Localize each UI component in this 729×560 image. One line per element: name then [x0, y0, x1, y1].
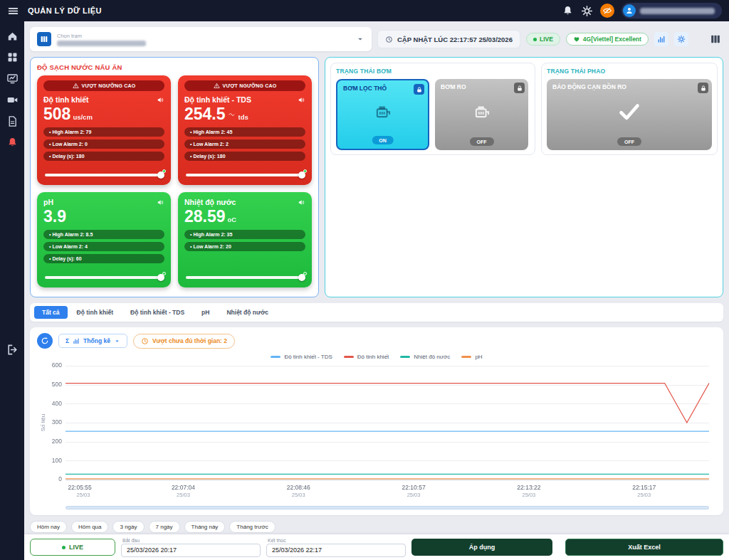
- clock-icon: [141, 337, 149, 345]
- threshold-slider[interactable]: [184, 272, 305, 282]
- user-menu[interactable]: [622, 3, 722, 19]
- heart-icon: [573, 36, 580, 43]
- speaker-icon[interactable]: [298, 96, 305, 104]
- sidebar-item-alerts[interactable]: [6, 137, 19, 149]
- tab-do-tinh-khiet[interactable]: Độ tinh khiết: [69, 306, 121, 319]
- sidebar-item-home[interactable]: [6, 30, 19, 42]
- sidebar-item-report[interactable]: [6, 115, 19, 127]
- stats-mini-icon[interactable]: [654, 32, 668, 46]
- main-content: Chọn trạm CẬP NHẬT LÚC 22:17:57 25/03/20…: [24, 21, 729, 534]
- pump-status-pill: OFF: [470, 137, 494, 146]
- chart-zoom-slider[interactable]: [65, 506, 709, 509]
- range-chip-thang-nay[interactable]: Tháng này: [184, 521, 226, 533]
- lock-icon: [698, 83, 708, 93]
- start-datetime-input[interactable]: [121, 544, 261, 557]
- live-dot-icon: [533, 38, 537, 41]
- bottom-bar: LIVE Bắt đầu Kết thúc Áp dụng Xuất Excel: [24, 534, 729, 560]
- notifications-bell-icon[interactable]: [562, 5, 574, 17]
- range-chip-hom-nay[interactable]: Hôm nay: [30, 521, 67, 533]
- station-logo-icon: [37, 32, 51, 46]
- legend-dash-icon: [400, 356, 410, 358]
- last-updated-chip: CẬP NHẬT LÚC 22:17:57 25/03/2026: [377, 30, 520, 48]
- alarm-setting-row: High Alarm 2: 35: [184, 230, 305, 239]
- sensor-value: 28.59: [184, 208, 226, 225]
- apply-button[interactable]: Áp dụng: [411, 539, 552, 556]
- sensor-unit: tds: [238, 113, 248, 121]
- settings-gear-icon[interactable]: [581, 5, 593, 17]
- water-quality-panel: ĐỘ SẠCH NƯỚC NẤU ĂN VƯỢT NGƯỠNG CAO Độ t…: [30, 57, 319, 297]
- float-status-pill: OFF: [617, 137, 641, 146]
- legend-item[interactable]: Độ tinh khiết - TDS: [271, 354, 332, 360]
- layout-columns-icon[interactable]: [708, 31, 723, 47]
- sidebar-item-camera[interactable]: [6, 94, 19, 106]
- sensor-card-do-tinh-khiet-tds: VƯỢT NGƯỠNG CAO Độ tinh khiết - TDS 254.…: [178, 75, 312, 185]
- legend-item[interactable]: Độ tinh khiết: [344, 354, 389, 360]
- range-chip-thang-truoc[interactable]: Tháng trước: [229, 521, 275, 533]
- menu-icon[interactable]: [7, 5, 19, 17]
- station-select-label: Chọn trạm: [57, 33, 146, 39]
- threshold-slider[interactable]: [184, 169, 305, 179]
- tab-ph[interactable]: pH: [194, 306, 217, 319]
- float-status-box: TRẠNG THÁI PHAO BÁO ĐỘNG CẠN BỒN RO OFF: [541, 63, 718, 155]
- start-datetime-label: Bắt đầu: [121, 538, 261, 543]
- wave-icon: [228, 111, 236, 118]
- range-chip-7-ngay[interactable]: 7 ngày: [149, 521, 180, 533]
- logout-icon[interactable]: [6, 344, 19, 356]
- legend-item[interactable]: Nhiệt độ nước: [400, 354, 450, 360]
- float-card-bao-dong-can-bon-ro[interactable]: BÁO ĐỘNG CẠN BỒN RO OFF: [547, 79, 712, 150]
- sensor-title: Nhiệt độ nước: [184, 198, 236, 206]
- chart-card: Σ Thống kê Vượt chưa đủ thời gian: 2 Độ …: [30, 327, 723, 515]
- clock-icon: [385, 36, 393, 43]
- app-title: QUẢN LÝ DỮ LIỆU: [28, 6, 102, 15]
- sensor-title: Độ tinh khiết: [43, 95, 89, 104]
- refresh-icon[interactable]: [37, 333, 53, 349]
- water-quality-panel-title: ĐỘ SẠCH NƯỚC NẤU ĂN: [37, 63, 312, 71]
- tab-do-tinh-khiet-tds[interactable]: Độ tinh khiết - TDS: [122, 306, 192, 319]
- network-status-badge: 4G[Viettel] Excellent: [566, 33, 649, 46]
- range-chip-hom-qua[interactable]: Hôm qua: [71, 521, 108, 533]
- pump-status-box: TRẠNG THÁI BƠM BƠM LỌC THÔ ON BƠM RO OFF: [330, 63, 535, 155]
- top-navbar: QUẢN LÝ DỮ LIỆU: [0, 0, 729, 21]
- speaker-icon[interactable]: [157, 96, 164, 104]
- sensor-card-ph: pH 3.9 High Alarm 2: 8.5 Low Alarm 2: 4 …: [37, 192, 171, 287]
- sidebar-item-monitor[interactable]: [6, 73, 19, 85]
- pump-icon: [374, 102, 392, 121]
- live-toggle-button[interactable]: LIVE: [30, 539, 115, 556]
- range-chip-3-ngay[interactable]: 3 ngày: [112, 521, 144, 533]
- pump-card-bom-ro[interactable]: BƠM RO OFF: [435, 79, 528, 150]
- pump-card-bom-loc-tho[interactable]: BƠM LỌC THÔ ON: [336, 79, 429, 150]
- sensor-unit: oC: [228, 216, 237, 223]
- sidebar-item-apps[interactable]: [6, 51, 19, 63]
- tab-tat-ca[interactable]: Tất cả: [34, 306, 68, 319]
- alarm-setting-row: Low Alarm 2: 4: [43, 242, 164, 251]
- line-chart[interactable]: [37, 361, 716, 504]
- avatar: [623, 4, 636, 17]
- legend-dash-icon: [461, 356, 471, 358]
- speaker-icon[interactable]: [298, 199, 305, 206]
- sensor-card-do-tinh-khiet: VƯỢT NGƯỠNG CAO Độ tinh khiết 508 us/cm …: [37, 75, 171, 185]
- lock-icon: [414, 84, 424, 95]
- threshold-slider[interactable]: [43, 169, 164, 179]
- settings-mini-icon[interactable]: [674, 32, 688, 46]
- eye-off-icon[interactable]: [600, 4, 614, 18]
- sensor-title: Độ tinh khiết - TDS: [184, 95, 251, 104]
- stats-dropdown-button[interactable]: Σ Thống kê: [58, 334, 127, 348]
- station-select[interactable]: Chọn trạm: [30, 27, 372, 51]
- sensor-title: pH: [43, 198, 53, 206]
- chart-legend: Độ tinh khiết - TDSĐộ tinh khiếtNhiệt độ…: [37, 354, 716, 360]
- tab-nhiet-do-nuoc[interactable]: Nhiệt độ nước: [219, 306, 276, 319]
- legend-item[interactable]: pH: [461, 354, 482, 360]
- lock-icon: [514, 83, 525, 93]
- speaker-icon[interactable]: [157, 199, 164, 206]
- alarm-setting-row: High Alarm 2: 45: [184, 127, 305, 137]
- sensor-unit: us/cm: [73, 113, 92, 121]
- end-datetime-input[interactable]: [266, 544, 406, 557]
- station-name-redacted: [57, 41, 146, 46]
- warning-icon: [73, 83, 79, 89]
- export-excel-button[interactable]: Xuất Excel: [565, 539, 723, 556]
- pump-icon: [473, 102, 491, 121]
- quick-range-chips: Hôm nay Hôm qua 3 ngày 7 ngày Tháng này …: [30, 521, 723, 533]
- threshold-slider[interactable]: [43, 272, 164, 282]
- sidebar: [0, 21, 24, 560]
- alarm-setting-row: Low Alarm 2: 0: [43, 139, 164, 149]
